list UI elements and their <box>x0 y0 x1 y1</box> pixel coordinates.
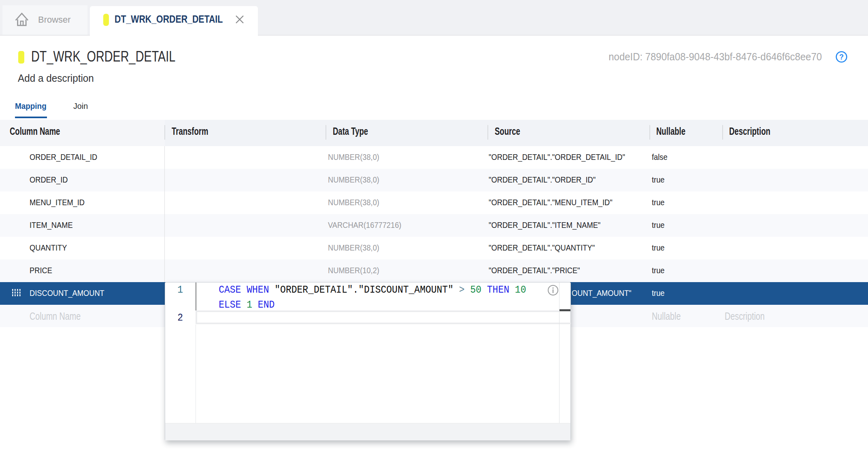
svg-text:?: ? <box>839 53 844 61</box>
